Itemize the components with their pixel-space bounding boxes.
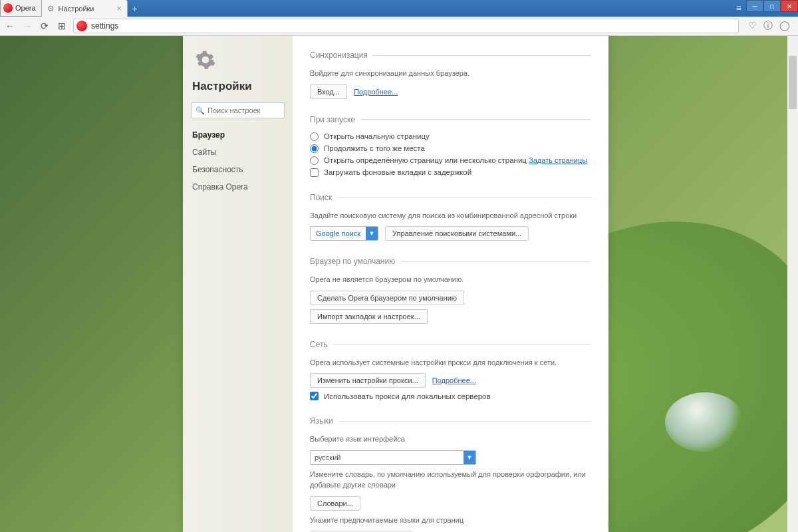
section-desc: Войдите для синхронизации данных браузер…	[310, 68, 591, 79]
check-proxy-local[interactable]: Использовать прокси для локальных сервер…	[310, 392, 591, 400]
titlebar: Opera ⚙ Настройки × + ≡ ─ □ ✕	[0, 0, 798, 17]
sidebar-item-browser[interactable]: Браузер	[183, 126, 293, 144]
section-title: Поиск	[310, 193, 591, 202]
gear-icon: ⚙	[47, 4, 55, 13]
lang-desc3: Укажите предпочитаемые языки для страниц	[310, 515, 591, 526]
opera-logo-icon	[3, 3, 13, 13]
make-default-button[interactable]: Сделать Opera браузером по умолчанию	[310, 291, 464, 305]
learn-more-link[interactable]: Подробнее...	[432, 376, 476, 384]
dictionaries-button[interactable]: Словари...	[310, 496, 360, 511]
reload-button[interactable]: ⟳	[39, 20, 51, 32]
settings-main: Синхронизация Войдите для синхронизации …	[293, 36, 608, 532]
section-title: Сеть	[310, 340, 591, 349]
tab-settings[interactable]: ⚙ Настройки ×	[41, 0, 128, 17]
sidebar-item-security[interactable]: Безопасность	[183, 161, 293, 178]
lang-desc1: Выберите язык интерфейса	[310, 434, 591, 445]
tab-title: Настройки	[59, 5, 94, 13]
section-title: При запуске	[310, 115, 591, 124]
scrollbar-thumb[interactable]	[789, 56, 797, 109]
close-icon[interactable]: ×	[117, 4, 122, 13]
section-startup: При запуске Открыть начальную страницу П…	[310, 115, 591, 177]
search-icon: 🔍	[196, 106, 205, 115]
chevron-down-icon: ▼	[366, 227, 378, 240]
toolbar: ← → ⟳ ⊞ ♡ ⓘ ◯	[0, 17, 798, 36]
settings-sidebar: Настройки 🔍 Браузер Сайты Безопасность С…	[183, 36, 293, 532]
section-sync: Синхронизация Войдите для синхронизации …	[310, 51, 591, 99]
back-button[interactable]: ←	[4, 20, 16, 32]
section-desc: Задайте поисковую систему для поиска из …	[310, 210, 591, 221]
forward-button[interactable]: →	[21, 20, 33, 32]
proxy-settings-button[interactable]: Изменить настройки прокси...	[310, 373, 426, 388]
section-network: Сеть Opera использует системные настройк…	[310, 340, 591, 401]
maximize-button[interactable]: □	[763, 0, 781, 12]
opera-menu-button[interactable]: Opera	[0, 0, 42, 17]
gear-icon	[195, 49, 293, 73]
settings-panel: Настройки 🔍 Браузер Сайты Безопасность С…	[183, 36, 608, 532]
settings-search-input[interactable]	[207, 106, 280, 114]
radio-start-page[interactable]: Открыть начальную страницу	[310, 132, 591, 141]
search-engine-dropdown[interactable]: Google поиск ▼	[310, 226, 378, 241]
minimize-button[interactable]: ─	[746, 0, 763, 12]
section-default-browser: Браузер по умолчанию Opera не является б…	[310, 257, 591, 324]
settings-search[interactable]: 🔍	[191, 102, 285, 118]
sidebar-item-sites[interactable]: Сайты	[183, 144, 293, 161]
radio-specific-pages[interactable]: Открыть определённую страницу или нескол…	[310, 156, 591, 165]
login-button[interactable]: Вход...	[310, 84, 347, 99]
chevron-down-icon: ▼	[464, 451, 475, 464]
section-title: Браузер по умолчанию	[310, 257, 591, 266]
user-icon[interactable]: ◯	[779, 20, 790, 32]
scrollbar[interactable]	[787, 36, 798, 532]
set-pages-link[interactable]: Задать страницы	[529, 156, 587, 164]
language-dropdown[interactable]: русский ▼	[310, 450, 476, 465]
learn-more-link[interactable]: Подробнее...	[354, 88, 398, 96]
address-input[interactable]	[91, 21, 735, 31]
check-lazy-tabs[interactable]: Загружать фоновые вкладки с задержкой	[310, 168, 591, 177]
speed-dial-button[interactable]: ⊞	[56, 20, 68, 32]
section-title: Языки	[310, 416, 591, 426]
import-bookmarks-button[interactable]: Импорт закладок и настроек...	[310, 309, 428, 324]
opera-menu-label: Opera	[15, 4, 36, 12]
address-bar[interactable]	[73, 19, 739, 33]
lang-desc2: Измените словарь, по умолчанию используе…	[310, 469, 591, 491]
section-desc: Opera использует системные настройки про…	[310, 357, 591, 368]
section-desc: Opera не является браузером по умолчанию…	[310, 274, 591, 285]
sidebar-item-help[interactable]: Справка Opera	[183, 178, 293, 196]
section-search: Поиск Задайте поисковую систему для поис…	[310, 193, 591, 241]
new-tab-button[interactable]: +	[128, 0, 142, 17]
section-title: Синхронизация	[310, 51, 591, 60]
radio-continue[interactable]: Продолжить с того же места	[310, 144, 591, 153]
info-icon[interactable]: ⓘ	[763, 20, 773, 32]
opera-logo-icon	[76, 21, 87, 31]
window-controls: ─ □ ✕	[746, 0, 798, 12]
page-title: Настройки	[192, 80, 293, 93]
content-area: Настройки 🔍 Браузер Сайты Безопасность С…	[0, 36, 798, 532]
section-languages: Языки Выберите язык интерфейса русский ▼…	[310, 416, 591, 532]
heart-icon[interactable]: ♡	[748, 20, 757, 32]
panel-toggle-icon[interactable]: ≡	[736, 3, 741, 13]
manage-search-engines-button[interactable]: Управление поисковыми системами...	[385, 226, 529, 241]
window-close-button[interactable]: ✕	[781, 0, 798, 12]
